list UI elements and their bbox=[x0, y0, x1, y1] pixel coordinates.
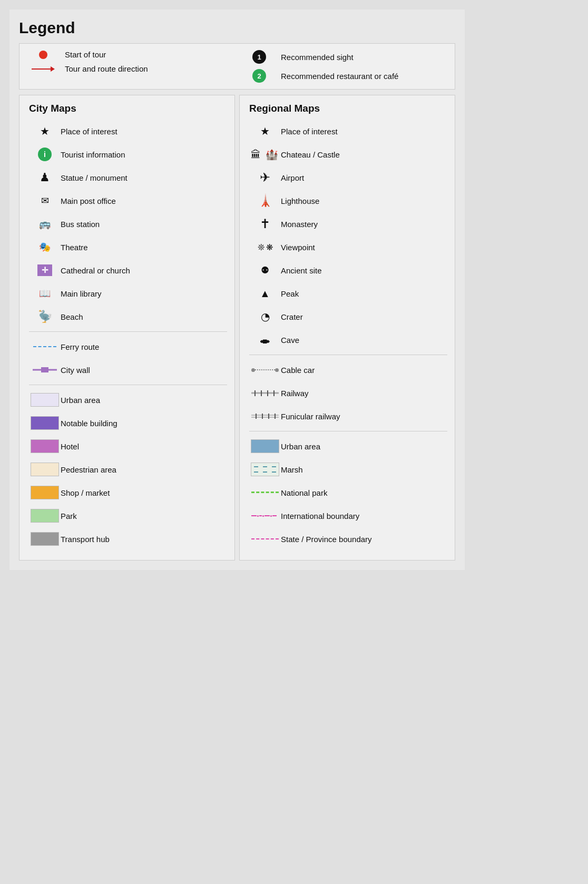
city-ferry: Ferry route bbox=[29, 335, 227, 358]
city-wall-item: City wall bbox=[29, 358, 227, 381]
funicular-icon-col bbox=[249, 412, 281, 420]
top-section: Start of tour Tour and route direction 1… bbox=[19, 43, 455, 90]
regional-peak: ▲ Peak bbox=[249, 282, 447, 305]
marsh-dash bbox=[272, 466, 276, 467]
house-castle-icon: 🏛 🏰 bbox=[251, 149, 279, 161]
start-tour-icon-cell bbox=[29, 51, 57, 59]
chess-piece-icon: ♟ bbox=[40, 171, 50, 184]
park-swatch bbox=[31, 509, 59, 523]
library-icon: 📖 bbox=[39, 288, 51, 299]
regional-railway: Railway bbox=[249, 381, 447, 405]
chateau-icon-col: 🏛 🏰 bbox=[249, 149, 281, 161]
marsh-lines bbox=[251, 463, 279, 476]
viewpoint-label: Viewpoint bbox=[281, 243, 447, 252]
bus-icon: 🚌 bbox=[39, 218, 51, 230]
funicular-tick-4 bbox=[275, 414, 276, 419]
marsh-label: Marsh bbox=[281, 465, 447, 474]
intl-boundary-icon-col bbox=[249, 515, 281, 517]
funicular-icon bbox=[251, 412, 279, 420]
regional-lighthouse: 🗼 Lighthouse bbox=[249, 189, 447, 212]
divider-2 bbox=[29, 385, 227, 385]
ancient-label: Ancient site bbox=[281, 266, 447, 275]
ferry-line-icon bbox=[33, 346, 56, 347]
intl-dot-1 bbox=[257, 515, 259, 517]
transport-swatch bbox=[31, 532, 59, 546]
city-place-of-interest: ★ Place of interest bbox=[29, 120, 227, 143]
city-transport: Transport hub bbox=[29, 527, 227, 551]
star-icon: ★ bbox=[40, 125, 50, 137]
pedestrian-swatch-col bbox=[29, 463, 61, 476]
marsh-dash bbox=[263, 472, 267, 473]
theatre-icon-col: 🎭 bbox=[29, 241, 61, 253]
cable-car-label: Cable car bbox=[281, 366, 447, 375]
state-boundary-icon-col bbox=[249, 538, 281, 539]
shop-swatch-col bbox=[29, 486, 61, 499]
hotel-label: Hotel bbox=[61, 442, 227, 451]
envelope-icon: ✉ bbox=[41, 195, 49, 207]
park-label: Park bbox=[61, 512, 227, 520]
marsh-swatch-col bbox=[249, 463, 281, 476]
peak-icon-col: ▲ bbox=[249, 288, 281, 300]
library-label: Main library bbox=[61, 289, 227, 298]
start-tour-label: Start of tour bbox=[65, 50, 229, 59]
route-direction-row: Tour and route direction bbox=[29, 64, 229, 73]
intl-boundary-label: International boundary bbox=[281, 512, 447, 520]
marsh-dash bbox=[263, 466, 267, 467]
lighthouse-icon-col: 🗼 bbox=[249, 194, 281, 208]
regional-place-label: Place of interest bbox=[281, 127, 447, 136]
statue-label: Statue / monument bbox=[61, 173, 227, 182]
ancient-icon-col: ⚉ bbox=[249, 264, 281, 276]
notable-swatch-col bbox=[29, 416, 61, 430]
regional-viewpoint: ❊ ❋ Viewpoint bbox=[249, 235, 447, 259]
regional-urban-label: Urban area bbox=[281, 442, 447, 451]
cable-car-icon-col bbox=[249, 368, 281, 372]
marsh-swatch bbox=[251, 463, 279, 476]
monastery-icon-col: ✝ bbox=[249, 217, 281, 231]
theatre-label: Theatre bbox=[61, 243, 227, 252]
intl-dash-1 bbox=[251, 515, 257, 517]
tourist-info-icon-col: i bbox=[29, 148, 61, 161]
city-cathedral: ✛ Cathedral or church bbox=[29, 259, 227, 282]
railway-tick-4 bbox=[273, 390, 275, 396]
urban-swatch-col bbox=[29, 393, 61, 407]
city-bus-station: 🚌 Bus station bbox=[29, 212, 227, 235]
airport-icon: ✈ bbox=[260, 170, 270, 185]
marsh-dash bbox=[254, 466, 258, 467]
cave-icon: 🕳 bbox=[260, 334, 270, 346]
national-park-label: National park bbox=[281, 488, 447, 497]
funicular-tick-2 bbox=[262, 414, 263, 419]
recommended-sight-label: Recommended sight bbox=[281, 53, 445, 62]
start-of-tour-row: Start of tour bbox=[29, 50, 229, 59]
divider-1 bbox=[29, 331, 227, 332]
beach-icon-col: 🦤 bbox=[29, 310, 61, 323]
regional-star-icon-col: ★ bbox=[249, 125, 281, 137]
regional-marsh: Marsh bbox=[249, 458, 447, 481]
city-wall-icon-col bbox=[29, 367, 61, 373]
city-post-office: ✉ Main post office bbox=[29, 189, 227, 212]
regional-divider-1 bbox=[249, 355, 447, 355]
city-statue: ♟ Statue / monument bbox=[29, 166, 227, 189]
beach-icon: 🦤 bbox=[38, 310, 52, 323]
intl-dot-3 bbox=[270, 515, 272, 517]
post-office-icon-col: ✉ bbox=[29, 195, 61, 207]
statue-icon-col: ♟ bbox=[29, 171, 61, 184]
regional-place-of-interest: ★ Place of interest bbox=[249, 120, 447, 143]
marsh-dash bbox=[254, 472, 258, 473]
airport-label: Airport bbox=[281, 173, 447, 182]
route-line bbox=[32, 68, 52, 70]
regional-urban-swatch bbox=[251, 439, 279, 453]
transport-label: Transport hub bbox=[61, 535, 227, 544]
state-boundary-label: State / Province boundary bbox=[281, 535, 447, 544]
regional-funicular: Funicular railway bbox=[249, 405, 447, 428]
bus-icon-col: 🚌 bbox=[29, 218, 61, 230]
regional-maps-title: Regional Maps bbox=[249, 103, 447, 114]
library-icon-col: 📖 bbox=[29, 288, 61, 299]
cross-icon: ✝ bbox=[260, 217, 270, 231]
intl-dash-4 bbox=[272, 515, 277, 517]
notable-building-swatch bbox=[31, 416, 59, 430]
lighthouse-icon: 🗼 bbox=[258, 194, 272, 208]
shop-swatch bbox=[31, 486, 59, 499]
railway-tick-1 bbox=[254, 390, 256, 396]
regional-star-icon: ★ bbox=[260, 125, 270, 137]
intl-dash-2 bbox=[259, 515, 262, 517]
